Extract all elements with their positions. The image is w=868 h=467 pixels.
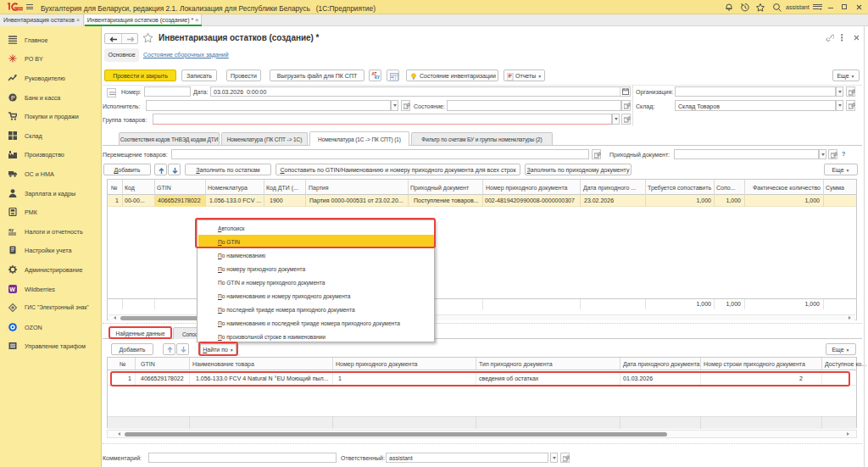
svg-text:ау: ау (8, 227, 14, 232)
svg-text:W: W (9, 286, 15, 292)
svg-text:P: P (11, 94, 15, 100)
